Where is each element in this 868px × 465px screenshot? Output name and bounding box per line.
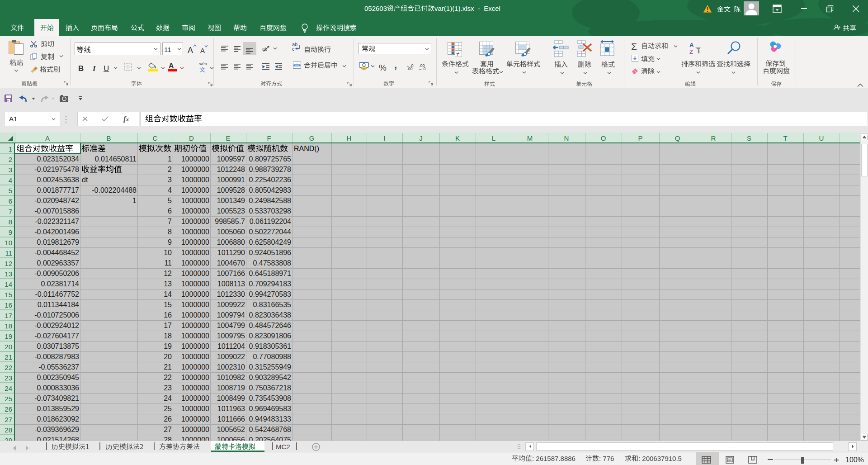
svg-text:A: A (689, 42, 694, 48)
svg-text:c: c (292, 46, 295, 51)
svg-text:→.0: →.0 (418, 66, 426, 70)
svg-text:Z: Z (689, 48, 693, 54)
svg-text:ab: ab (262, 47, 268, 52)
svg-text:.00: .00 (407, 66, 413, 70)
